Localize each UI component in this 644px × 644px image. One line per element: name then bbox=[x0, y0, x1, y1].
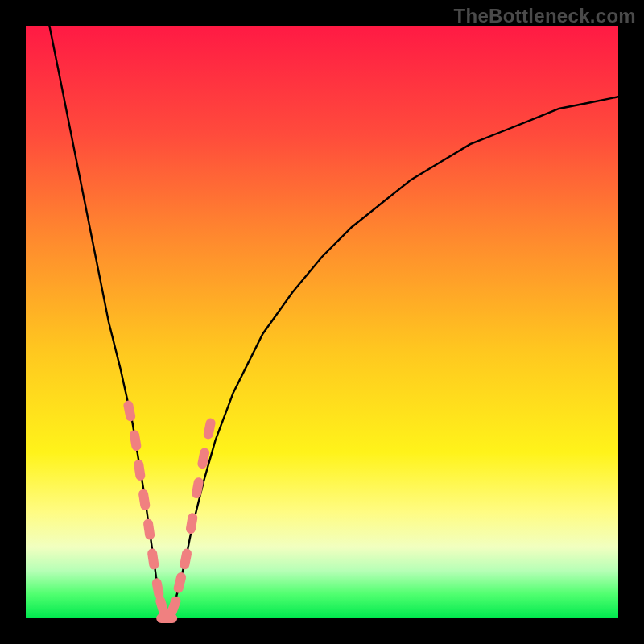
watermark-text: TheBottleneck.com bbox=[454, 5, 636, 27]
gradient-plot-area bbox=[26, 26, 618, 618]
